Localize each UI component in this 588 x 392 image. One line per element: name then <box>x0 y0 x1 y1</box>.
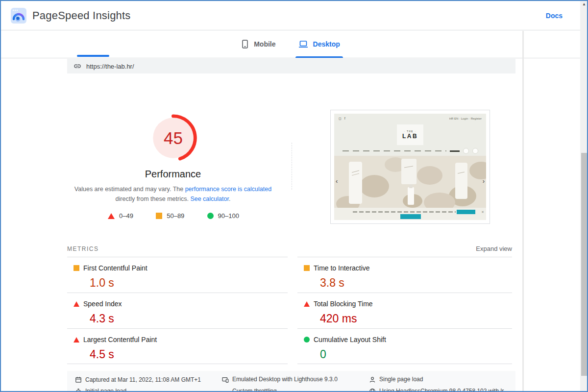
thumb-logo-text: LAB <box>402 133 418 140</box>
metric-largest-contentful-paint: Largest Contentful Paint 4.5 s <box>67 328 288 364</box>
thumb-products-photo <box>334 156 486 208</box>
score-legend: 0–49 50–89 90–100 <box>108 212 239 220</box>
legend-average: 50–89 <box>156 212 184 220</box>
tab-mobile-label: Mobile <box>254 40 275 48</box>
metric-cumulative-layout-shift: Cumulative Layout Shift 0 <box>297 328 512 364</box>
throttling-item: Custom throttling <box>222 389 369 392</box>
score-desc-text-3: . <box>229 196 230 202</box>
initial-page-load-text[interactable]: Initial page load <box>85 389 126 392</box>
scrollbar-up-arrow[interactable]: ▲ <box>580 2 588 9</box>
thumb-cookie-close-icon: ✕ <box>481 210 484 214</box>
captured-at-item: Captured at Mar 11, 2022, 11:08 AM GMT+1 <box>75 376 222 383</box>
throttling-text[interactable]: Custom throttling <box>232 389 277 392</box>
thumb-nav-items <box>343 150 446 152</box>
devices-icon <box>222 376 229 383</box>
legend-poor-range: 0–49 <box>119 212 133 220</box>
green-circle-icon <box>304 337 310 343</box>
thumb-topbar: ◻ f HR EN · Login · Register <box>334 114 486 123</box>
thumb-nav-highlighted-item <box>450 150 460 152</box>
metric-name: Speed Index <box>83 300 122 308</box>
laptop-icon <box>298 40 308 49</box>
metric-first-contentful-paint: First Contentful Paint 1.0 s <box>67 257 288 293</box>
thumb-cookie-banner: ✕ <box>334 208 486 220</box>
metric-value: 4.3 s <box>90 312 288 325</box>
score-desc-text-1: Values are estimated and may vary. The <box>74 186 185 193</box>
metric-speed-index: Speed Index 4.3 s <box>67 293 288 328</box>
stopwatch-icon <box>75 389 82 392</box>
thumb-cookie-text <box>353 211 456 213</box>
page-load-type-text[interactable]: Single page load <box>379 376 423 383</box>
thumb-next-arrow: › <box>483 177 485 185</box>
analyzed-url-bar: https://the-lab.hr/ <box>67 59 515 74</box>
legend-average-range: 50–89 <box>167 212 184 220</box>
metrics-grid: First Contentful Paint 1.0 s Time to Int… <box>67 257 512 364</box>
site-screenshot: ◻ f HR EN · Login · Register · THE · LAB… <box>334 114 486 220</box>
metric-value: 0 <box>320 348 512 361</box>
report-tab-indicator-fragment <box>77 55 109 57</box>
tab-desktop[interactable]: Desktop <box>298 30 340 58</box>
throttle-gauge-icon <box>222 389 229 392</box>
metric-name: Time to Interactive <box>314 264 370 272</box>
metric-value: 1.0 s <box>90 276 288 290</box>
orange-square-icon <box>304 265 310 271</box>
score-desc-text-2: directly from these metrics. <box>116 196 191 202</box>
thumb-social-icons: ◻ f <box>339 117 346 121</box>
tab-desktop-label: Desktop <box>313 40 340 48</box>
column-divider <box>292 143 292 190</box>
performance-score-gauge: 45 <box>148 113 198 163</box>
thumb-cookie-settings-button <box>400 214 421 219</box>
app-header: PageSpeed Insights Docs <box>1 1 580 30</box>
tab-mobile[interactable]: Mobile <box>241 30 275 58</box>
thumb-logo-row: · THE · LAB <box>334 123 486 146</box>
emulated-device-text[interactable]: Emulated Desktop with Lighthouse 9.3.0 <box>232 376 338 383</box>
metric-value: 3.8 s <box>320 276 512 290</box>
thumb-cart-icon <box>463 148 469 154</box>
calendar-icon <box>75 376 82 383</box>
orange-square-icon <box>156 213 162 219</box>
metrics-header: METRICS Expand view <box>67 245 512 252</box>
emulated-device-item: Emulated Desktop with Lighthouse 9.3.0 <box>222 376 369 383</box>
legend-good-range: 90–100 <box>218 212 239 220</box>
capture-environment-footer: Captured at Mar 11, 2022, 11:08 AM GMT+1… <box>67 371 515 392</box>
thumb-account-links: HR EN · Login · Register <box>449 117 482 120</box>
device-tabbar: Mobile Desktop <box>1 30 580 58</box>
red-triangle-icon <box>74 301 79 307</box>
page-load-type-item: Single page load <box>369 376 508 383</box>
thumb-site-logo: · THE · LAB <box>397 124 423 145</box>
metric-time-to-interactive: Time to Interactive 3.8 s <box>297 257 512 293</box>
browser-version-text[interactable]: Using HeadlessChromium 98.0.4758.102 wit… <box>379 389 504 392</box>
metric-name: Cumulative Layout Shift <box>314 336 386 343</box>
score-description: Values are estimated and may vary. The p… <box>70 184 276 204</box>
docs-link[interactable]: Docs <box>546 12 563 20</box>
metric-value: 4.5 s <box>90 348 288 361</box>
see-calculator-link[interactable]: See calculator <box>190 196 229 202</box>
thumb-cookie-accept-button <box>457 210 475 214</box>
metric-name: Largest Contentful Paint <box>83 336 157 343</box>
pagespeed-logo-icon <box>11 8 26 24</box>
metrics-heading: METRICS <box>67 245 99 252</box>
expand-view-button[interactable]: Expand view <box>476 245 512 252</box>
analyzed-url: https://the-lab.hr/ <box>86 63 134 70</box>
metric-name: First Contentful Paint <box>83 264 147 272</box>
legend-poor: 0–49 <box>108 212 133 220</box>
metric-value: 420 ms <box>320 312 512 325</box>
active-tab-underline <box>295 56 343 58</box>
metric-name: Total Blocking Time <box>314 300 373 308</box>
final-screenshot-card: ◻ f HR EN · Login · Register · THE · LAB… <box>330 110 490 224</box>
scrollbar-thumb[interactable] <box>581 153 587 376</box>
red-triangle-icon <box>304 301 310 307</box>
person-icon <box>369 376 376 383</box>
red-triangle-icon <box>108 213 115 219</box>
performance-score-value: 45 <box>148 113 198 163</box>
performance-title: Performance <box>99 169 247 180</box>
window-scrollbar[interactable]: ▲ <box>580 1 588 391</box>
page-title: PageSpeed Insights <box>32 9 131 22</box>
score-calculation-link[interactable]: performance score is calculated <box>185 186 271 193</box>
thumb-prev-arrow: ‹ <box>336 177 338 185</box>
link-icon <box>74 62 81 70</box>
globe-icon <box>369 389 376 392</box>
browser-version-item: Using HeadlessChromium 98.0.4758.102 wit… <box>369 389 508 392</box>
thumb-hero-image: ‹ › <box>334 156 486 208</box>
captured-at-text: Captured at Mar 11, 2022, 11:08 AM GMT+1 <box>85 376 201 383</box>
inner-scrollbar-track[interactable] <box>522 31 524 392</box>
